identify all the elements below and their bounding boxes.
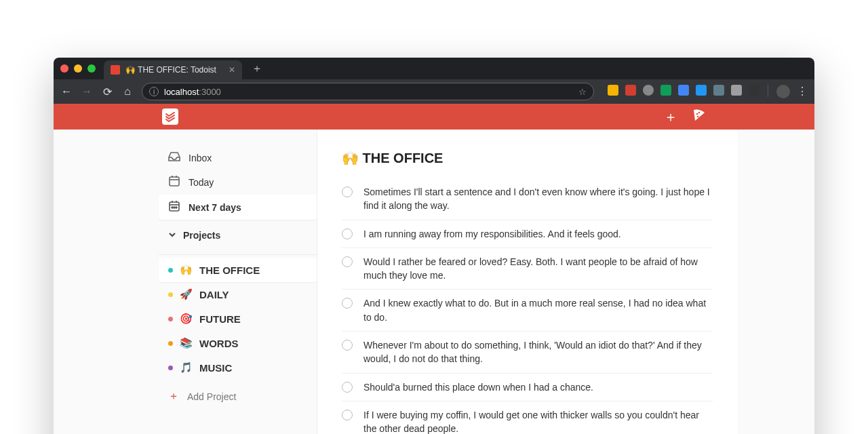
task-row[interactable]: Would I rather be feared or loved? Easy.…	[342, 248, 713, 290]
favicon-icon	[111, 65, 120, 75]
project-color-dot	[168, 317, 173, 321]
divider	[159, 254, 317, 255]
add-project-label: Add Project	[187, 391, 236, 402]
task-checkbox[interactable]	[342, 340, 353, 351]
task-text: Would I rather be feared or loved? Easy.…	[363, 255, 713, 283]
sidebar: Inbox Today Next 7 days	[159, 130, 317, 434]
svg-point-0	[696, 113, 698, 115]
project-item[interactable]: 🚀DAILY	[159, 282, 317, 307]
extension-icon[interactable]	[625, 85, 636, 96]
project-item[interactable]: 🎯FUTURE	[159, 307, 317, 331]
browser-tab[interactable]: 🙌 THE OFFICE: Todoist ✕	[104, 60, 242, 79]
project-label: THE OFFICE	[199, 264, 260, 276]
extension-icon[interactable]	[643, 85, 654, 96]
extension-icon[interactable]	[660, 85, 671, 96]
inbox-icon	[168, 152, 180, 163]
svg-point-1	[698, 111, 701, 113]
project-color-dot	[168, 292, 173, 297]
task-checkbox[interactable]	[342, 256, 353, 267]
profile-avatar[interactable]	[776, 85, 790, 98]
project-emoji: 🚀	[180, 288, 193, 300]
extension-icon[interactable]	[749, 85, 760, 96]
reload-button[interactable]: ⟳	[101, 85, 113, 98]
calendar-today-icon	[168, 176, 180, 189]
task-text: If I were buying my coffin, I would get …	[363, 408, 713, 434]
close-window-button[interactable]	[60, 64, 68, 73]
sidebar-item-label: Next 7 days	[189, 202, 241, 213]
task-checkbox[interactable]	[342, 229, 353, 239]
quick-add-button[interactable]: ＋	[664, 108, 677, 126]
project-label: DAILY	[199, 289, 229, 300]
extension-icon[interactable]	[731, 85, 742, 96]
projects-label: Projects	[183, 230, 220, 241]
pizza-icon[interactable]	[692, 108, 706, 125]
project-label: WORDS	[199, 338, 239, 349]
tab-title: 🙌 THE OFFICE: Todoist	[125, 65, 216, 75]
svg-point-2	[697, 115, 699, 117]
url-port: :3000	[199, 87, 221, 97]
app-logo[interactable]	[162, 108, 178, 125]
extension-icon[interactable]	[696, 85, 707, 96]
calendar-week-icon	[168, 201, 180, 214]
back-button[interactable]: ←	[60, 85, 73, 98]
svg-rect-3	[170, 177, 179, 186]
sidebar-item-today[interactable]: Today	[159, 170, 317, 195]
task-checkbox[interactable]	[342, 410, 353, 420]
home-button[interactable]: ⌂	[121, 85, 134, 98]
task-checkbox[interactable]	[342, 298, 353, 309]
project-emoji: 🙌	[180, 264, 193, 276]
close-tab-button[interactable]: ✕	[229, 65, 235, 75]
project-item[interactable]: 🙌THE OFFICE	[159, 258, 317, 282]
tab-strip: 🙌 THE OFFICE: Todoist ✕ ＋	[54, 58, 814, 79]
sidebar-item-label: Inbox	[189, 153, 212, 163]
site-info-icon[interactable]: i	[149, 87, 159, 96]
project-item[interactable]: 📚WORDS	[159, 331, 317, 355]
extension-icon[interactable]	[678, 85, 689, 96]
browser-window: 🙌 THE OFFICE: Todoist ✕ ＋ ← → ⟳ ⌂ i loca…	[54, 58, 814, 434]
project-emoji: 🎵	[180, 361, 193, 374]
project-item[interactable]: 🎵MUSIC	[159, 355, 317, 380]
add-project-button[interactable]: ＋ Add Project	[159, 380, 317, 413]
sidebar-item-label: Today	[189, 177, 214, 188]
app-content: Inbox Today Next 7 days	[54, 130, 814, 434]
projects-toggle[interactable]: Projects	[159, 220, 317, 248]
task-text: And I knew exactly what to do. But in a …	[363, 296, 713, 324]
task-text: I am running away from my responsibiliti…	[363, 227, 621, 241]
task-checkbox[interactable]	[342, 382, 353, 393]
task-row[interactable]: Sometimes I'll start a sentence and I do…	[342, 178, 713, 220]
chevron-down-icon	[168, 230, 176, 241]
url-host: localhost	[164, 87, 199, 97]
project-emoji: 📚	[180, 337, 193, 349]
task-row[interactable]: I am running away from my responsibiliti…	[342, 220, 713, 248]
page-title: 🙌 THE OFFICE	[342, 150, 713, 166]
extension-icon[interactable]	[608, 85, 618, 96]
browser-toolbar: ← → ⟳ ⌂ i localhost:3000 ☆ ⋮	[54, 79, 814, 104]
project-emoji: 🎯	[180, 313, 193, 325]
bookmark-star-icon[interactable]: ☆	[578, 87, 587, 97]
extension-icon[interactable]	[713, 85, 724, 96]
project-label: FUTURE	[199, 313, 241, 325]
task-text: Sometimes I'll start a sentence and I do…	[363, 185, 713, 213]
project-color-dot	[168, 341, 173, 346]
minimize-window-button[interactable]	[74, 64, 82, 73]
task-row[interactable]: Whenever I'm about to do something, I th…	[342, 332, 713, 374]
task-row[interactable]: If I were buying my coffin, I would get …	[342, 401, 713, 434]
plus-icon: ＋	[168, 389, 179, 403]
forward-button[interactable]: →	[81, 85, 93, 98]
separator	[768, 85, 768, 97]
maximize-window-button[interactable]	[87, 64, 96, 73]
address-bar[interactable]: i localhost:3000 ☆	[142, 83, 594, 100]
project-color-dot	[168, 268, 173, 273]
task-checkbox[interactable]	[342, 186, 353, 197]
task-row[interactable]: And I knew exactly what to do. But in a …	[342, 290, 713, 332]
sidebar-item-next7days[interactable]: Next 7 days	[159, 195, 317, 220]
task-text: Whenever I'm about to do something, I th…	[363, 338, 713, 366]
new-tab-button[interactable]: ＋	[252, 62, 262, 76]
project-color-dot	[168, 366, 173, 370]
main-panel: 🙌 THE OFFICE Sometimes I'll start a sent…	[317, 130, 737, 434]
sidebar-item-inbox[interactable]: Inbox	[159, 146, 317, 170]
browser-menu-button[interactable]: ⋮	[797, 85, 808, 98]
app-header: ＋	[54, 104, 814, 130]
project-label: MUSIC	[199, 362, 232, 374]
task-row[interactable]: Should'a burned this place down when I h…	[342, 374, 713, 401]
